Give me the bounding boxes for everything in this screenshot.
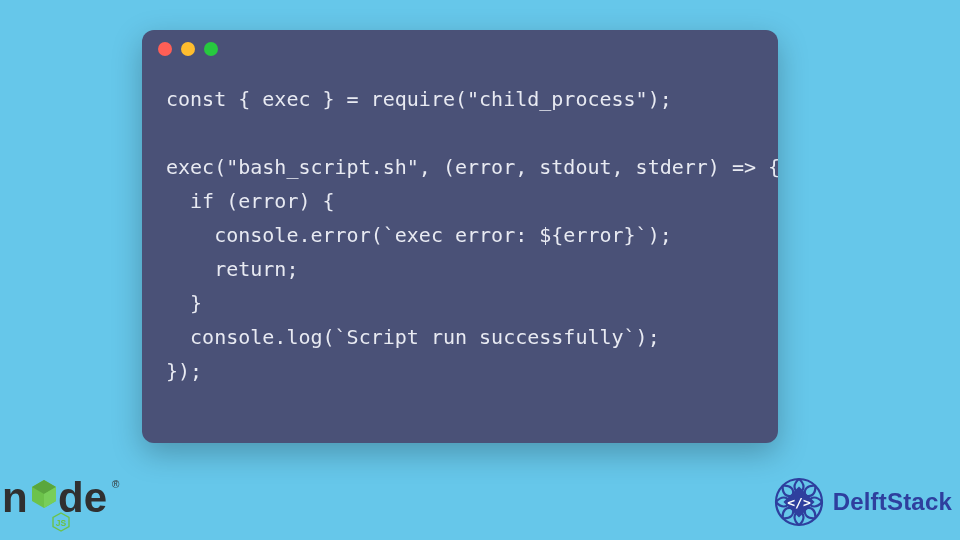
close-icon[interactable] bbox=[158, 42, 172, 56]
delftstack-logo: </> DelftStack bbox=[771, 474, 952, 530]
minimize-icon[interactable] bbox=[181, 42, 195, 56]
delftstack-badge-icon: </> bbox=[771, 474, 827, 530]
code-window: const { exec } = require("child_process"… bbox=[142, 30, 778, 443]
svg-text:JS: JS bbox=[56, 518, 67, 528]
delftstack-text: DelftStack bbox=[833, 488, 952, 516]
window-titlebar bbox=[142, 30, 778, 68]
nodejs-logo: n de JS ® bbox=[2, 468, 132, 534]
svg-text:</>: </> bbox=[787, 495, 811, 510]
svg-text:de: de bbox=[58, 474, 107, 521]
svg-text:®: ® bbox=[112, 479, 120, 490]
maximize-icon[interactable] bbox=[204, 42, 218, 56]
code-block: const { exec } = require("child_process"… bbox=[142, 68, 778, 408]
svg-text:n: n bbox=[2, 474, 28, 521]
